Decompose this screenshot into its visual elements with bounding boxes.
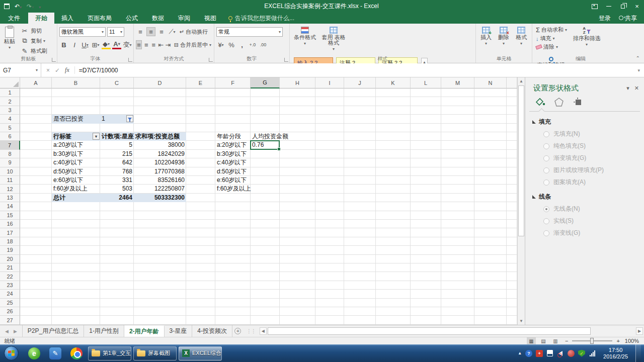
row-header-12[interactable]: 12: [0, 185, 20, 193]
minimize-button[interactable]: [602, 0, 616, 13]
copy-button[interactable]: ⧉复制▾: [19, 36, 49, 46]
conditional-formatting-button[interactable]: 条件格式▾: [292, 26, 318, 56]
column-header-N[interactable]: N: [474, 77, 507, 88]
row-header-27[interactable]: 27: [0, 316, 20, 324]
column-header-J[interactable]: J: [344, 77, 376, 88]
save-icon[interactable]: [4, 4, 10, 9]
row-header-1[interactable]: 1: [0, 88, 20, 97]
tab-视图[interactable]: 视图: [197, 13, 223, 24]
option-渐变线(G)[interactable]: 渐变线(G): [532, 225, 644, 237]
cell-D10[interactable]: 177070368: [134, 167, 186, 176]
row-header-5[interactable]: 5: [0, 124, 20, 132]
worksheet-grid[interactable]: ABCDEFGHIJKLMN 1234567891011121314151617…: [0, 77, 525, 325]
effects-tab-icon[interactable]: [553, 97, 565, 107]
decrease-decimal-icon[interactable]: .00: [259, 40, 268, 49]
redo-icon[interactable]: ↷▾: [27, 4, 34, 10]
tab-scroll-splitter[interactable]: ⋮⋮: [244, 325, 259, 337]
column-header-D[interactable]: D: [134, 77, 186, 88]
cell-B8[interactable]: b:30岁以下: [52, 150, 100, 158]
cell-F12[interactable]: f:60岁及以上: [215, 185, 251, 193]
page-layout-view-icon[interactable]: ▤: [539, 337, 548, 344]
taskbar-window-第1章_交互...[interactable]: 第1章_交互...: [88, 346, 131, 360]
delete-cells-button[interactable]: × 删除▾: [496, 26, 512, 56]
cell-D8[interactable]: 18242029: [134, 150, 186, 158]
pivot-filter-button[interactable]: [126, 115, 133, 122]
row-header-13[interactable]: 13: [0, 194, 20, 202]
column-header-G[interactable]: G: [251, 77, 280, 88]
column-header-H[interactable]: H: [280, 77, 315, 88]
share-button[interactable]: 共享: [619, 14, 637, 23]
sheet-tab-2-用户年龄[interactable]: 2-用户年龄: [124, 325, 165, 337]
cell-F6[interactable]: 年龄分段: [215, 132, 251, 141]
format-as-table-button[interactable]: 套用 表格格式▾: [319, 26, 348, 56]
cell-B9[interactable]: c:40岁以下: [52, 158, 100, 167]
row-header-19[interactable]: 19: [0, 246, 20, 254]
notes-app-icon[interactable]: ✎: [48, 346, 63, 361]
row-header-15[interactable]: 15: [0, 211, 20, 220]
cell-C6[interactable]: 计数项:星座: [100, 132, 134, 141]
sort-filter-button[interactable]: AZ 排序和筛选▾: [570, 26, 603, 56]
fill-button[interactable]: ↓填充▾: [534, 34, 569, 43]
phonetic-button[interactable]: 变▾: [123, 40, 132, 49]
scroll-left-icon[interactable]: ◀: [260, 327, 267, 335]
formula-bar-expand-icon[interactable]: ▾: [637, 68, 644, 73]
cell-D9[interactable]: 102204936: [134, 158, 186, 167]
new-sheet-button[interactable]: +: [232, 325, 244, 337]
option-图片或纹理填充(P)[interactable]: 图片或纹理填充(P): [532, 162, 644, 174]
cell-B11[interactable]: e:60岁以下: [52, 176, 100, 185]
row-header-7[interactable]: 7: [0, 141, 20, 149]
cell-F8[interactable]: b:30岁以下: [215, 150, 251, 158]
zoom-level[interactable]: 100%: [625, 338, 644, 344]
enter-icon[interactable]: ✓: [55, 67, 60, 74]
sheet-tab-P2P_用户信息汇总[interactable]: P2P_用户信息汇总: [22, 325, 84, 337]
cut-button[interactable]: ✂剪切: [19, 26, 49, 36]
tab-插入[interactable]: 插入: [54, 13, 80, 24]
option-实线(S)[interactable]: 实线(S): [532, 213, 644, 225]
comma-style-icon[interactable]: ,: [237, 40, 247, 49]
cell-F7[interactable]: a:20岁以下: [215, 141, 251, 149]
align-center-icon[interactable]: ≡: [143, 40, 149, 49]
cell-C8[interactable]: 215: [100, 150, 134, 158]
row-header-24[interactable]: 24: [0, 290, 20, 298]
collapse-ribbon-icon[interactable]: ⌃: [636, 55, 640, 61]
row-header-21[interactable]: 21: [0, 263, 20, 272]
cell-B10[interactable]: d:50岁以下: [52, 167, 100, 176]
column-header-C[interactable]: C: [100, 77, 134, 88]
taskbar-window-EXCEL综合...[interactable]: XEXCEL综合...: [179, 346, 222, 360]
option-图案填充(A)[interactable]: 图案填充(A): [532, 174, 644, 187]
orientation-icon[interactable]: ⟋▾: [168, 27, 177, 36]
font-dialog-launcher[interactable]: [128, 58, 132, 62]
cell-D13[interactable]: 503332300: [134, 194, 186, 202]
pane-menu-icon[interactable]: ▾: [626, 85, 629, 92]
zoom-slider-thumb[interactable]: [590, 338, 594, 344]
hidden-icons-icon[interactable]: ▲: [518, 351, 522, 355]
cell-G6[interactable]: 人均投资金额: [251, 132, 280, 141]
borders-button[interactable]: ⊞▾: [91, 40, 100, 49]
tab-页面布局[interactable]: 页面布局: [80, 13, 119, 24]
row-header-8[interactable]: 8: [0, 150, 20, 158]
row-header-2[interactable]: 2: [0, 97, 20, 106]
normal-view-icon[interactable]: ▦: [527, 337, 536, 344]
zoom-in-icon[interactable]: +: [616, 338, 619, 344]
zoom-slider[interactable]: [572, 340, 612, 341]
cell-D6[interactable]: 求和项:投资总额: [134, 132, 186, 141]
row-header-11[interactable]: 11: [0, 176, 20, 185]
cell-B7[interactable]: a:20岁以下: [52, 141, 100, 149]
row-header-9[interactable]: 9: [0, 158, 20, 167]
select-all-corner[interactable]: [0, 77, 20, 88]
cell-D12[interactable]: 122250807: [134, 185, 186, 193]
tab-开始[interactable]: 开始: [28, 13, 54, 24]
cell-B12[interactable]: f:60岁及以上: [52, 185, 100, 193]
wrap-text-button[interactable]: ↵自动换行: [178, 28, 209, 36]
show-desktop-button[interactable]: [635, 344, 641, 362]
alignment-dialog-launcher[interactable]: [209, 58, 213, 62]
row-header-22[interactable]: 22: [0, 272, 20, 281]
scroll-right-icon[interactable]: ▶: [636, 327, 643, 335]
format-painter-button[interactable]: ✎格式刷: [19, 46, 49, 56]
security-tray-icon[interactable]: +: [536, 350, 543, 357]
column-header-partial[interactable]: [507, 77, 517, 88]
decrease-indent-icon[interactable]: ⇤: [158, 40, 164, 49]
insert-cells-button[interactable]: + 插入▾: [478, 26, 494, 56]
tab-数据[interactable]: 数据: [145, 13, 171, 24]
format-cells-button[interactable]: 格式▾: [513, 26, 529, 56]
